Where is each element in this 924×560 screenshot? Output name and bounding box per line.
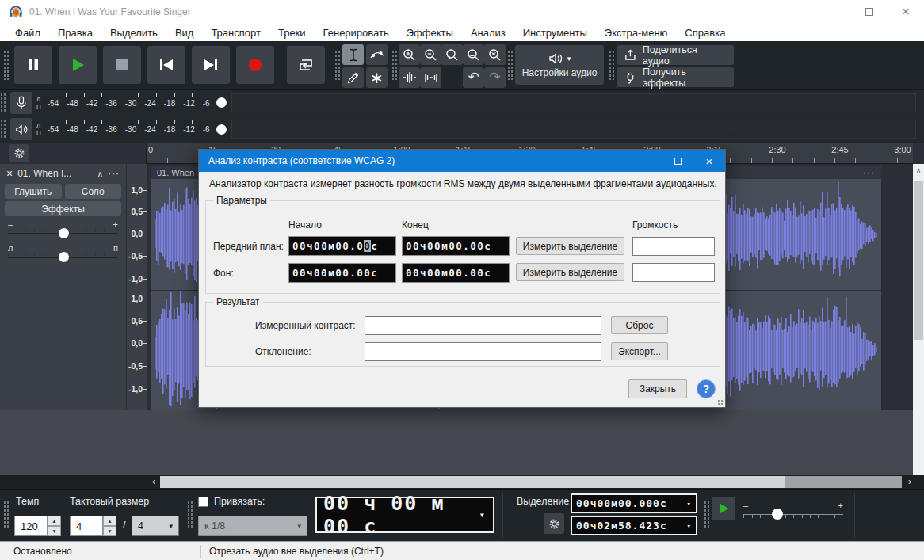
zoom-in-button[interactable] [399,44,420,65]
zoom-selection-button[interactable] [441,44,463,65]
snap-select[interactable]: к 1/8 ▾ [198,516,307,536]
horizontal-scroll-thumb[interactable] [160,476,785,488]
scroll-left-arrow[interactable]: ‹ [147,475,160,489]
menu-edit[interactable]: Правка [49,25,101,40]
menu-effects[interactable]: Эффекты [398,25,462,40]
time-signature-upper-value[interactable]: 4 [70,516,103,536]
measure-background-button[interactable]: Измерить выделение [516,263,624,281]
share-toolbar-grip[interactable] [609,50,614,80]
recording-volume-slider[interactable] [216,97,227,108]
scroll-up-arrow[interactable]: ∧ [913,164,924,174]
microphone-button[interactable] [10,92,32,114]
vertical-scroll-thumb[interactable] [914,181,923,340]
zoom-fit-button[interactable] [463,44,484,65]
pause-button[interactable] [14,46,52,84]
zoom-out-button[interactable] [420,44,441,65]
recording-meter-grip[interactable] [0,93,6,113]
playback-meter-grip[interactable] [0,119,6,139]
track-close-button[interactable]: × [6,167,13,180]
foreground-volume-field[interactable] [632,237,715,256]
selection-start-field[interactable]: 00ч00м00.000с ▾ [571,493,697,513]
play-at-speed-button[interactable] [712,497,735,520]
share-audio-button[interactable]: Поделиться аудио [617,45,734,65]
playback-meter-scale[interactable]: -54-48-42-36-30-24-18-12-6 [44,119,212,139]
help-button[interactable]: ? [697,379,716,398]
tools-toolbar-grip[interactable] [334,50,340,80]
pan-slider-thumb[interactable] [59,252,69,262]
multi-tool-button[interactable]: ∗ [366,67,388,88]
track-menu-button[interactable]: ··· [108,168,120,179]
tempo-down-button[interactable]: ▼ [48,526,61,536]
time-signature-lower-select[interactable]: 4 ▾ [132,516,179,536]
record-button[interactable] [236,46,274,84]
playback-speaker-button[interactable] [10,118,32,140]
solo-button[interactable]: Соло [65,184,122,199]
background-volume-field[interactable] [632,263,715,282]
clip-menu-button[interactable]: ··· [863,167,875,178]
playback-volume-slider[interactable] [216,124,227,135]
dialog-close-action-button[interactable]: Закрыть [628,379,687,398]
selection-end-field[interactable]: 00ч02м58.423с ▾ [571,516,697,535]
playback-speed-slider[interactable]: – + [743,507,843,523]
timeline-options-button[interactable] [9,144,29,162]
menu-file[interactable]: Файл [6,25,49,40]
gain-slider[interactable]: – + [8,219,118,240]
export-button[interactable]: Экспорт... [611,342,668,360]
window-close-button[interactable]: × [888,0,924,24]
background-start-field[interactable]: 00ч00м00.00с [288,263,396,283]
speed-slider-thumb[interactable] [772,509,783,520]
track-title[interactable]: 01. When I... [17,168,92,179]
effects-button[interactable]: Эффекты [5,201,121,216]
draw-tool-button[interactable] [342,67,364,88]
horizontal-scrollbar[interactable] [160,476,902,488]
dialog-minimize-button[interactable]: — [630,150,662,172]
redo-button[interactable]: ↷ [484,67,506,88]
vertical-scale-ruler[interactable]: 1,0 0,5 0,0 -0,5 -1,0 1,0 0,5 0,0 -0,5 -… [127,164,147,410]
snap-checkbox[interactable] [198,497,208,507]
transport-toolbar-grip[interactable] [3,50,9,80]
selection-tool-button[interactable] [342,44,364,65]
menu-help[interactable]: Справка [676,25,734,40]
background-end-field[interactable]: 00ч00м00.00с [402,263,510,283]
menu-tools[interactable]: Инструменты [514,25,596,40]
menu-extra[interactable]: Экстра-меню [596,25,677,40]
time-display[interactable]: 00 ч 00 м 00 с ▾ [315,497,494,533]
time-toolbar-grip[interactable] [3,501,9,529]
track-collapse-button[interactable]: ∧ [97,170,103,178]
menu-tracks[interactable]: Треки [269,25,315,40]
envelope-tool-button[interactable] [366,44,388,65]
gain-slider-thumb[interactable] [59,228,69,238]
dialog-maximize-button[interactable] [662,150,693,172]
scroll-right-arrow[interactable]: › [903,475,916,489]
measure-foreground-button[interactable]: Измерить выделение [516,237,624,255]
menu-generate[interactable]: Генерировать [315,25,398,40]
zoom-toggle-button[interactable] [484,44,506,65]
loop-button[interactable] [287,46,325,84]
dialog-title-bar[interactable]: Анализ контраста (соответствие WCAG 2) —… [199,150,725,172]
audio-setup-button[interactable]: ▾ Настройки аудио [515,45,604,85]
deviation-field[interactable] [365,342,601,361]
reset-button[interactable]: Сброс [611,316,668,334]
selection-options-button[interactable] [544,513,564,534]
foreground-start-field[interactable]: 00ч00м00.00с [288,236,396,256]
skip-to-start-button[interactable] [147,46,185,84]
dialog-close-button[interactable]: × [693,150,725,172]
stop-button[interactable] [103,46,141,84]
menu-transport[interactable]: Транспорт [202,25,269,40]
pan-slider[interactable]: л п [8,243,118,264]
tempo-up-button[interactable]: ▲ [48,516,61,526]
audio-setup-grip[interactable] [507,50,513,80]
window-maximize-button[interactable] [851,0,888,24]
silence-audio-button[interactable] [420,67,441,88]
get-effects-button[interactable]: Получить эффекты [617,67,734,87]
timesig-down-button[interactable]: ▼ [103,526,116,536]
skip-to-end-button[interactable] [192,46,230,84]
window-minimize-button[interactable]: — [815,0,851,24]
dialog-resize-grip[interactable] [717,399,724,406]
measured-contrast-field[interactable] [365,316,601,335]
vertical-scrollbar[interactable]: ∧ [913,164,924,475]
menu-select[interactable]: Выделить [101,25,166,40]
foreground-end-field[interactable]: 00ч00м00.00с [402,236,510,256]
menu-view[interactable]: Вид [166,25,203,40]
play-button[interactable] [59,46,97,84]
